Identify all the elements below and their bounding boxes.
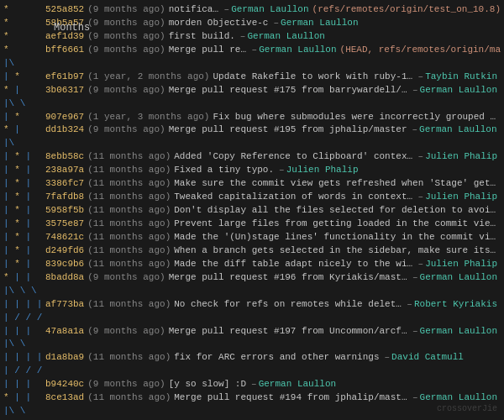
commit-time: (9 months ago) <box>87 271 165 285</box>
commit-separator: – <box>273 17 279 30</box>
commit-author: Julien Phalip <box>425 150 497 164</box>
commit-hash[interactable]: 7fafdb8 <box>45 191 84 204</box>
commit-line: | * | d249fd6(11 months ago) When a bran… <box>0 244 504 258</box>
commit-hash[interactable]: d249fd6 <box>45 244 84 258</box>
commit-message: Tweaked capitalization of words in conte… <box>174 191 412 204</box>
commit-hash[interactable]: ef61b97 <box>45 71 84 84</box>
commit-hash[interactable]: d1a8ba9 <box>45 351 84 365</box>
graph-char: |\ \ <box>3 97 45 111</box>
graph-char: | * | <box>3 231 45 244</box>
commit-hash[interactable]: dd1b324 <box>45 123 84 137</box>
commit-hash[interactable]: 525a852 <box>45 3 84 17</box>
commit-hash[interactable]: 5958f5b <box>45 204 84 218</box>
graph-char: |\ <box>3 57 45 71</box>
commit-time: (1 year, 3 months ago) <box>87 111 209 124</box>
commit-hash[interactable]: 8ebb58c <box>45 150 84 164</box>
commit-line: | * | 5958f5b(11 months ago) Don't displ… <box>0 204 504 218</box>
commit-message: Fixed a tiny typo. <box>174 164 274 177</box>
commit-message: [y so slow] :D <box>169 378 246 391</box>
graph-char: | * <box>3 111 45 124</box>
commit-hash[interactable]: 3575e87 <box>45 218 84 231</box>
commit-message: morden Objective-c <box>169 17 269 30</box>
commit-line: |\ \ <box>0 97 504 111</box>
commit-line: | * | 8ebb58c(11 months ago) Added 'Copy… <box>0 150 504 164</box>
commit-hash[interactable]: 8badd8a <box>45 271 84 285</box>
commit-hash[interactable]: 8ce13ad <box>45 391 84 405</box>
commit-hash[interactable]: 47a8a1a <box>45 325 84 339</box>
graph-char: |\ <box>3 137 45 150</box>
commit-separator: – <box>240 30 246 44</box>
commit-time: (11 months ago) <box>87 391 171 405</box>
graph-char: | | | <box>3 325 45 339</box>
commit-author: Julien Phalip <box>286 164 359 177</box>
commit-separator: – <box>418 71 424 84</box>
commit-line: * 58b5a57(9 months ago) morden Objective… <box>0 17 504 30</box>
commit-separator: – <box>418 150 424 164</box>
commit-line: | * 907e967(1 year, 3 months ago) Fix bu… <box>0 111 504 124</box>
commit-line: | | | b94240c(9 months ago) [y so slow] … <box>0 378 504 391</box>
commit-time: (9 months ago) <box>87 44 165 57</box>
commit-hash[interactable]: aef1d39 <box>45 30 84 44</box>
commit-line: * | 3b06317(9 months ago) Merge pull req… <box>0 84 504 97</box>
commit-message: Update Rakefile to work with ruby-1.9.2. <box>213 71 412 84</box>
graph-char: * <box>3 17 45 30</box>
commit-hash[interactable]: 3b06317 <box>45 84 84 97</box>
graph-char: | / / / <box>3 365 45 378</box>
commit-message: Merge pull request #197 from Uncommon/ar… <box>169 325 407 339</box>
commit-hash[interactable]: 748621c <box>45 231 84 244</box>
commit-message: notification test <box>169 3 219 17</box>
commit-time: (11 months ago) <box>87 351 171 365</box>
graph-char: | * | <box>3 164 45 177</box>
graph-char: * <box>3 44 45 57</box>
commit-hash[interactable]: b94240c <box>45 378 84 391</box>
commit-line: | * ef61b97(1 year, 2 months ago) Update… <box>0 71 504 84</box>
commit-line: | * | 3575e87(11 months ago) Prevent lar… <box>0 218 504 231</box>
commit-time: (11 months ago) <box>87 258 171 271</box>
commit-time: (11 months ago) <box>87 204 171 218</box>
commit-time: (11 months ago) <box>87 298 171 312</box>
commit-ref: (HEAD, refs/remotes/origin/ma <box>340 44 501 57</box>
graph-char: | | | | <box>3 298 45 312</box>
watermark: crossoverJie <box>437 404 497 413</box>
commit-hash[interactable]: 839c9b6 <box>45 258 84 271</box>
commit-hash[interactable]: 238a97a <box>45 164 84 177</box>
commit-message: When a branch gets selected in the sideb… <box>174 244 497 258</box>
commit-separator: – <box>407 298 412 312</box>
commit-separator: – <box>412 271 418 285</box>
commit-hash[interactable]: 3386fc7 <box>45 177 84 191</box>
commit-author: Julien Phalip <box>425 258 497 271</box>
graph-char: | * | <box>3 150 45 164</box>
commit-hash[interactable]: 907e967 <box>45 111 84 124</box>
graph-char: | * | <box>3 191 45 204</box>
graph-char: | * <box>3 71 45 84</box>
graph-char: | / / / <box>3 312 45 325</box>
commit-time: (11 months ago) <box>87 231 171 244</box>
commit-message: Prevent large files from getting loaded … <box>174 218 497 231</box>
commit-time: (11 months ago) <box>87 150 171 164</box>
graph-char: * | | <box>3 271 45 285</box>
commit-time: (9 months ago) <box>87 123 165 137</box>
commit-time: (11 months ago) <box>87 191 171 204</box>
commit-line: * | dd1b324(9 months ago) Merge pull req… <box>0 123 504 137</box>
commit-message: Made the '(Un)stage lines' functionality… <box>174 231 497 244</box>
commit-line: | | | 47a8a1a(9 months ago) Merge pull r… <box>0 325 504 339</box>
commit-author: Taybin Rutkin <box>425 71 497 84</box>
terminal: * 525a852(9 months ago) notification tes… <box>0 0 504 420</box>
commit-hash[interactable]: bff6661 <box>45 44 84 57</box>
commit-message: Made the diff table adapt nicely to the … <box>174 258 412 271</box>
commit-author: German Laullon <box>420 84 497 97</box>
commit-hash[interactable]: af773ba <box>45 298 84 312</box>
commit-line: | * | 748621c(11 months ago) Made the '(… <box>0 231 504 244</box>
commit-time: (11 months ago) <box>87 177 171 191</box>
commit-line: * aef1d39(9 months ago) first build. – G… <box>0 30 504 44</box>
commit-message: Make sure the commit view gets refreshed… <box>174 177 497 191</box>
commit-author: German Laullon <box>419 123 496 137</box>
graph-char: | | | <box>3 378 45 391</box>
commit-time: (9 months ago) <box>87 3 165 17</box>
commit-line: |\ \ \ <box>0 285 504 298</box>
commit-separator: – <box>418 191 424 204</box>
commit-time: (1 year, 2 months ago) <box>87 71 209 84</box>
commit-message: No check for refs on remotes while delet… <box>174 298 402 312</box>
commit-hash[interactable]: 58b5a57 <box>45 17 84 30</box>
commit-time: (9 months ago) <box>87 378 165 391</box>
